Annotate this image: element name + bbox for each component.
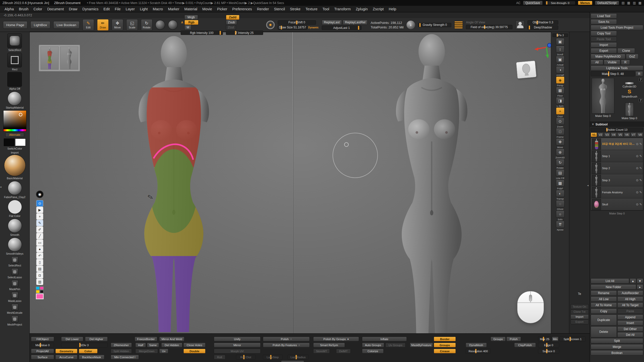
subtool-tab-v1[interactable]: V1 [591, 132, 597, 137]
switch-color-button[interactable]: SwitchColor [7, 147, 22, 150]
bottom-button[interactable]: Surface 0 [538, 349, 559, 353]
visibility-eye-icon[interactable]: ⊙ [636, 203, 638, 206]
all-high-button[interactable]: All High [617, 296, 643, 302]
clone-texture-button[interactable]: Clone Txt [571, 309, 589, 314]
titlebar-grid-icon-4[interactable]: ▩ [638, 1, 641, 5]
menu-item[interactable]: Render [255, 7, 272, 11]
transparency-toggle[interactable]: ◐ Transp [555, 190, 565, 200]
subtool-tab-v7[interactable]: V7 [630, 132, 637, 137]
current-stroke-thumb[interactable]: Rect [6, 53, 24, 71]
line-tool-icon[interactable]: ╱ [36, 233, 43, 239]
bottom-button[interactable]: ProjectAll [31, 349, 54, 353]
annotation-color-swatch[interactable] [40, 290, 44, 293]
bottom-button[interactable]: Uv Groups [385, 343, 406, 347]
mrgb-toggle[interactable]: Mrgb [184, 15, 198, 20]
tool-panel-button[interactable]: Export [591, 48, 617, 53]
draw-mode-button[interactable]: ✏ Draw [97, 19, 109, 31]
zcut-toggle[interactable]: Zcut [226, 25, 236, 30]
bottom-button[interactable]: Groups [434, 343, 456, 347]
cylinder3d-thumbnail[interactable] [625, 82, 634, 84]
paste-subtool-button[interactable]: Paste [617, 308, 643, 314]
subtool-item[interactable]: Step 3 ⊙ ✎ [591, 174, 643, 186]
subtool-down-icon[interactable]: ▼ [637, 278, 643, 284]
alternate-button[interactable]: Alternate [5, 132, 24, 137]
shadow-person-icon[interactable] [515, 20, 525, 29]
subtool-paint-icon[interactable]: ✎ [639, 178, 642, 182]
subtool-item[interactable]: 15강 여성 3단계 바디 각상 - [등] ⊙ ✎ [591, 138, 643, 150]
subtool-paint-icon[interactable]: ✎ [639, 191, 642, 194]
home-page-button[interactable]: Home Page [3, 21, 27, 29]
viewport-canvas[interactable]: ✎ ◉ ⊙ ▶ + ✎ ✐ ╱ ▭ ● ↶ ▯ ▤ ◘ [30, 32, 551, 333]
menu-item[interactable]: Stencil [271, 7, 288, 11]
all-low-button[interactable]: All Low [591, 296, 617, 302]
merge-button[interactable]: Merge [591, 344, 643, 349]
thumbnail-colored[interactable] [41, 47, 59, 70]
secondary-color-swatch[interactable] [15, 139, 26, 146]
tool-panel-button[interactable]: Copy Tool [591, 31, 617, 36]
active-tool-thumbnail[interactable] [592, 78, 614, 114]
bottom-button[interactable]: Min [552, 337, 558, 341]
all-to-home-button[interactable]: All To Home [591, 302, 617, 308]
current-alpha-thumb[interactable]: Alpha Off [6, 72, 24, 90]
zoom-button[interactable]: ⊙ Zoom [555, 118, 565, 128]
live-boolean-button[interactable]: Live Boolean [53, 21, 79, 29]
bottom-button[interactable]: Roll [214, 355, 225, 359]
bottom-button[interactable]: Max 25 [538, 337, 551, 341]
subtool-paint-icon[interactable]: ✎ [639, 166, 642, 170]
brush-preset[interactable]: SelectRect [7, 256, 23, 267]
del-all-button[interactable]: Del All [617, 332, 643, 337]
subtool-tab-v5[interactable]: V5 [617, 132, 623, 137]
subtool-tab-v8[interactable]: V8 [637, 132, 643, 137]
brush-preset[interactable]: MeshProject [7, 315, 23, 326]
material-thumb[interactable]: Flat Color [4, 200, 26, 217]
bottom-button[interactable]: Geometry [55, 349, 77, 353]
dot-tool-icon[interactable]: ● [36, 246, 43, 252]
tool-panel-button[interactable]: Clone [617, 48, 635, 53]
annotation-color-swatch[interactable] [36, 290, 39, 293]
annotation-color-swatch[interactable] [36, 294, 44, 299]
persp-toggle[interactable]: ◈ Persp [555, 76, 565, 87]
folder-arrow-icon[interactable]: ▸ [637, 284, 643, 290]
bottom-button[interactable]: MergeDown [135, 349, 158, 353]
frame-button[interactable]: □ Frame [555, 128, 565, 138]
field-of-view-slider[interactable]: Field of view(deg) 39.59775 [466, 25, 512, 29]
pen-icon[interactable]: ✎ [36, 220, 43, 226]
material-thumb[interactable]: FabioPaiva_Clay2 [4, 181, 26, 199]
deep-shadow-slider[interactable]: DeepShadow [528, 25, 558, 30]
tool-panel-button[interactable]: R [635, 71, 643, 76]
m-toggle[interactable]: M [184, 25, 191, 30]
visibility-eye-icon[interactable]: ⊙ [636, 191, 638, 194]
bottom-button[interactable]: Polish By Groups [313, 337, 359, 341]
menu-item[interactable]: Brush [16, 7, 31, 11]
obj-shadow-slider[interactable]: ObjShadow 0.3 [528, 20, 558, 25]
rotate-view-button[interactable]: ↻ Rotate [555, 159, 565, 169]
floor-toggle[interactable]: ▦ Floor [555, 87, 565, 97]
menu-item[interactable]: Material [182, 7, 200, 11]
bottom-button[interactable]: LazyStep [263, 355, 283, 359]
subtool-tab-v2[interactable]: V2 [597, 132, 603, 137]
bottom-button[interactable]: Mirror [214, 343, 261, 347]
bottom-button[interactable]: SDiv 3 [61, 343, 108, 347]
all-to-target-button[interactable]: All To Target [617, 302, 643, 308]
subtool-paint-icon[interactable]: ✎ [639, 154, 642, 158]
aahalf-button[interactable]: ◑ AAHalf [555, 66, 565, 76]
pen-add-icon[interactable]: + [36, 213, 43, 220]
adjust-last-slider[interactable]: AdjustLast 1 [322, 26, 361, 30]
gravity-strength-slider[interactable]: Gravity Strength 0 [418, 23, 451, 27]
bottom-button[interactable]: Edge 0 [538, 343, 559, 347]
zadd-toggle[interactable]: Zadd [226, 15, 239, 20]
polyframe-toggle[interactable]: ▩ PolyF [555, 179, 565, 190]
local-symmetry-toggle[interactable]: ◨ L.Sym [555, 97, 565, 107]
bottom-button[interactable]: Auto Groups [362, 343, 384, 347]
edit-mode-button[interactable]: ✎ Edit [83, 19, 94, 31]
bottom-button[interactable]: Border [434, 337, 456, 341]
tool-panel-button[interactable]: Paste Tool [591, 36, 617, 42]
bottom-button[interactable]: Del Lower [61, 337, 83, 341]
move-mode-button[interactable]: ✥ Move [112, 19, 123, 31]
menu-item[interactable]: Draw [66, 7, 80, 11]
import-color-button[interactable]: Import [11, 151, 19, 154]
bottom-button[interactable]: StoreMT [313, 349, 330, 353]
spix-slider[interactable]: SPix 3 [552, 33, 568, 37]
list-all-button[interactable]: List All [591, 278, 629, 284]
bpr-render-button[interactable]: ▣ [555, 38, 565, 46]
